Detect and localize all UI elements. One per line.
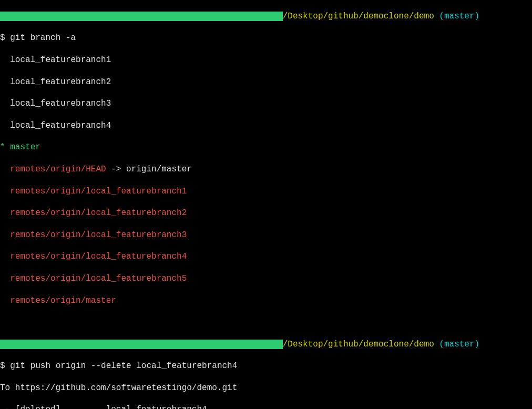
- push-output: - [deleted] local_featurebranch4: [0, 404, 532, 409]
- prompt-path: /Desktop/github/democlone/demo: [283, 340, 434, 349]
- branch-output: remotes/origin/local_featurebranch3: [0, 230, 532, 241]
- local-branch-item: local_featurebranch4: [10, 121, 111, 130]
- git-command: git push origin --delete local_featurebr…: [10, 361, 237, 371]
- branch-output: remotes/origin/local_featurebranch5: [0, 273, 532, 284]
- command-line[interactable]: $ git branch -a: [0, 33, 532, 44]
- prompt-path: /Desktop/github/democlone/demo: [283, 12, 434, 21]
- head-pointer: -> origin/master: [106, 165, 192, 174]
- remote-branch-item: remotes/origin/local_featurebranch5: [10, 274, 187, 283]
- remote-branch-item: remotes/origin/local_featurebranch2: [10, 208, 187, 218]
- current-branch-marker: *: [0, 142, 5, 152]
- branch-output: remotes/origin/local_featurebranch1: [0, 186, 532, 197]
- remote-branch-item: remotes/origin/HEAD: [10, 165, 106, 174]
- branch-output: remotes/origin/local_featurebranch4: [0, 251, 532, 262]
- terminal-output: /Desktop/github/democlone/demo (master) …: [0, 0, 532, 409]
- remote-branch-item: remotes/origin/master: [10, 296, 116, 305]
- remote-branch-item: remotes/origin/local_featurebranch1: [10, 187, 187, 196]
- remote-branch-item: remotes/origin/local_featurebranch3: [10, 230, 187, 240]
- current-branch-line: * master: [0, 142, 532, 153]
- current-branch-name: master: [10, 142, 40, 152]
- branch-indicator: (master): [434, 12, 479, 21]
- local-branch-item: local_featurebranch2: [10, 77, 111, 87]
- remote-branch-item: remotes/origin/local_featurebranch4: [10, 252, 187, 261]
- branch-output: local_featurebranch3: [0, 98, 532, 109]
- branch-output: remotes/origin/master: [0, 295, 532, 306]
- local-branch-item: local_featurebranch1: [10, 55, 111, 65]
- branch-output: remotes/origin/local_featurebranch2: [0, 208, 532, 219]
- remote-head-line: remotes/origin/HEAD -> origin/master: [0, 164, 532, 175]
- user-host-bar: [0, 340, 283, 349]
- prompt-line: /Desktop/github/democlone/demo (master): [0, 339, 532, 350]
- user-host-bar: [0, 12, 283, 21]
- blank-line: [0, 317, 532, 328]
- push-output: To https://github.com/softwaretestingo/d…: [0, 383, 532, 394]
- branch-indicator: (master): [434, 340, 479, 349]
- branch-output: local_featurebranch4: [0, 120, 532, 131]
- branch-output: local_featurebranch1: [0, 55, 532, 66]
- prompt-line: /Desktop/github/democlone/demo (master): [0, 11, 532, 22]
- git-command: git branch -a: [10, 33, 76, 43]
- branch-output: local_featurebranch2: [0, 77, 532, 88]
- local-branch-item: local_featurebranch3: [10, 99, 111, 108]
- command-line[interactable]: $ git push origin --delete local_feature…: [0, 361, 532, 372]
